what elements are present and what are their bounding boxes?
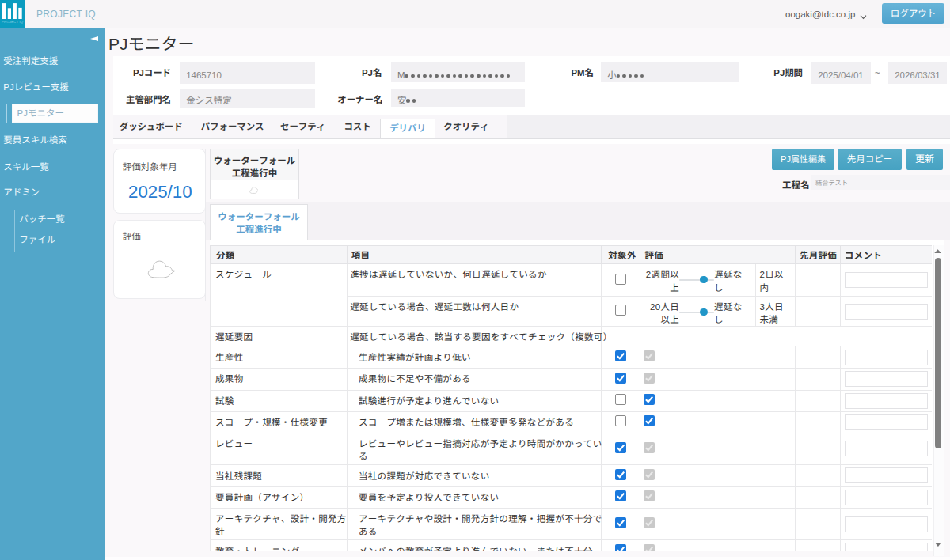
svg-text:PROJECT IQ: PROJECT IQ (2, 20, 24, 24)
